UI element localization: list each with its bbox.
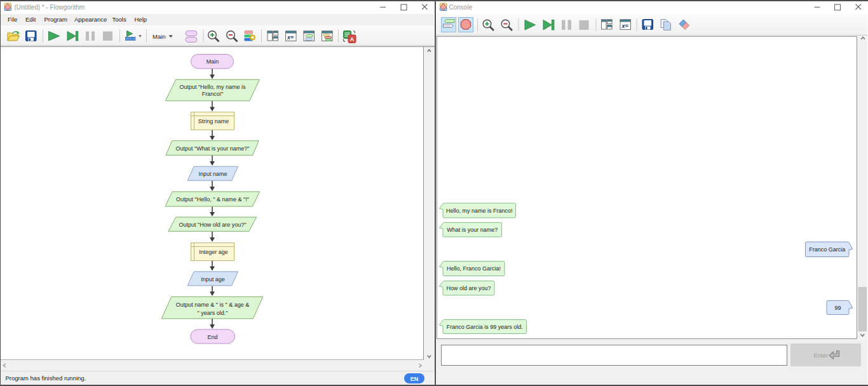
svg-text:" years old.": " years old.": [198, 310, 228, 316]
svg-text:End: End: [207, 334, 217, 340]
svg-text:Enter: Enter: [814, 352, 829, 359]
svg-text:A: A: [350, 36, 355, 43]
svg-text:Program has finished running.: Program has finished running.: [6, 375, 86, 382]
svg-text:Edit: Edit: [25, 16, 36, 23]
svg-text:Franco Garcia: Franco Garcia: [809, 246, 845, 253]
svg-text:Output "Hello, my name is: Output "Hello, my name is: [179, 84, 246, 90]
svg-text:Output "Hello, " & name & "!": Output "Hello, " & name & "!": [176, 196, 249, 203]
svg-text:Main: Main: [207, 58, 219, 65]
svg-text:Franco!": Franco!": [202, 91, 224, 97]
svg-text:Tools: Tools: [112, 16, 126, 23]
svg-text:EN: EN: [410, 376, 419, 382]
svg-text:Main: Main: [153, 33, 166, 40]
svg-text:Appearance: Appearance: [74, 16, 107, 23]
svg-text:Help: Help: [135, 16, 147, 23]
svg-text:99: 99: [834, 305, 841, 311]
svg-text:Output "How old are you?": Output "How old are you?": [179, 222, 247, 228]
svg-text:Input age: Input age: [201, 276, 225, 283]
svg-text:How old are you?: How old are you?: [446, 285, 491, 291]
svg-text:Program: Program: [44, 16, 68, 23]
svg-text:Hello, Franco Garcia!: Hello, Franco Garcia!: [447, 265, 501, 272]
svg-text:Franco Garcia is 99 years old.: Franco Garcia is 99 years old.: [447, 324, 523, 330]
svg-text:(Untitled) * - Flowgorithm: (Untitled) * - Flowgorithm: [15, 4, 85, 11]
svg-text:Console: Console: [449, 4, 473, 11]
svg-text:Output name & " is " & age &: Output name & " is " & age &: [176, 302, 249, 308]
svg-text:Integer age: Integer age: [199, 249, 228, 255]
svg-text:What is your name?: What is your name?: [447, 227, 498, 233]
svg-text:String name: String name: [198, 118, 229, 124]
svg-text:Output "What is your name?": Output "What is your name?": [176, 145, 250, 152]
svg-text:File: File: [8, 16, 17, 23]
svg-text:Input name: Input name: [198, 171, 227, 177]
svg-text:Hello, my name is Franco!: Hello, my name is Franco!: [446, 208, 513, 214]
